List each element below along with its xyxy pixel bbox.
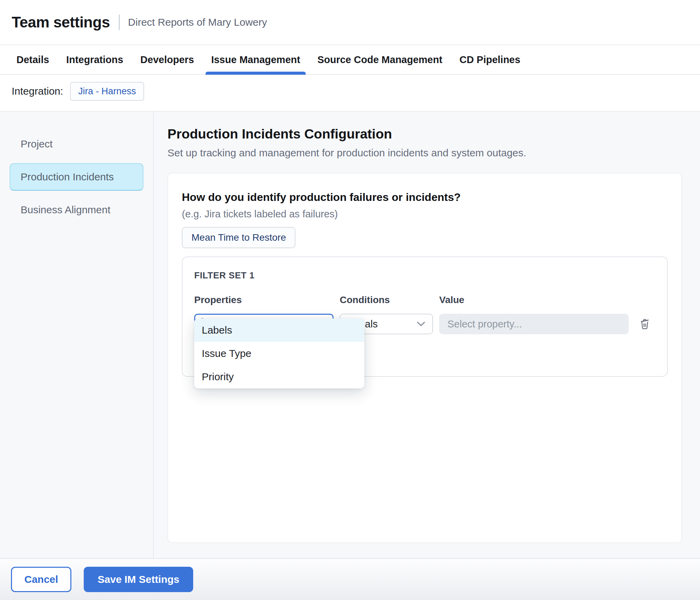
integration-label: Integration: (12, 85, 63, 97)
filter-set-box: FILTER SET 1 Properties - Select propert… (182, 256, 668, 377)
chevron-down-icon (412, 321, 425, 327)
title-separator (119, 14, 120, 30)
value-placeholder: Select property... (447, 319, 522, 330)
section-subtitle: Set up tracking and management for produ… (167, 147, 682, 159)
question-hint: (e.g. Jira tickets labeled as failures) (182, 208, 668, 220)
section-title: Production Incidents Configuration (167, 126, 682, 142)
value-label: Value (439, 295, 629, 305)
sidebar-item-project[interactable]: Project (10, 130, 143, 158)
filter-set-title: FILTER SET 1 (194, 270, 655, 281)
delete-filter-button[interactable] (639, 314, 651, 334)
value-column: Value Select property... (439, 295, 629, 334)
tab-bar: Details Integrations Developers Issue Ma… (0, 45, 700, 75)
tab-source-code-management[interactable]: Source Code Management (317, 45, 443, 74)
filter-row: Properties - Select property... - Labels (194, 295, 655, 334)
dropdown-option-labels[interactable]: Labels (194, 319, 364, 342)
tab-details[interactable]: Details (16, 45, 50, 74)
team-settings-page: Team settings Direct Reports of Mary Low… (0, 0, 700, 600)
cancel-button[interactable]: Cancel (11, 567, 71, 592)
incidents-config-card: How do you identify production failures … (167, 173, 682, 543)
save-im-settings-button[interactable]: Save IM Settings (84, 567, 193, 592)
settings-sidebar: Project Production Incidents Business Al… (0, 112, 154, 558)
tab-issue-management[interactable]: Issue Management (210, 45, 301, 74)
value-input[interactable]: Select property... (439, 314, 629, 334)
tab-cd-pipelines[interactable]: CD Pipelines (459, 45, 521, 74)
page-title: Team settings (12, 14, 110, 31)
content-area: Project Production Incidents Business Al… (0, 112, 700, 558)
integration-bar: Integration: Jira - Harness (0, 75, 700, 112)
integration-chip[interactable]: Jira - Harness (70, 82, 144, 101)
dropdown-option-issue-type[interactable]: Issue Type (194, 342, 364, 365)
dropdown-option-priority[interactable]: Priority (194, 365, 364, 388)
sidebar-item-production-incidents[interactable]: Production Incidents (10, 163, 143, 191)
sidebar-item-business-alignment[interactable]: Business Alignment (10, 196, 143, 224)
tab-developers[interactable]: Developers (140, 45, 195, 74)
trash-icon (639, 317, 651, 331)
page-header: Team settings Direct Reports of Mary Low… (0, 0, 700, 45)
footer-action-bar: Cancel Save IM Settings (0, 558, 700, 600)
properties-column: Properties - Select property... - Labels (194, 295, 334, 334)
properties-label: Properties (194, 295, 334, 305)
main-panel: Production Incidents Configuration Set u… (154, 112, 700, 558)
question-heading: How do you identify production failures … (182, 191, 668, 204)
tab-integrations[interactable]: Integrations (66, 45, 124, 74)
page-subtitle: Direct Reports of Mary Lowery (128, 16, 267, 28)
properties-dropdown-menu: Labels Issue Type Priority (194, 319, 364, 388)
conditions-label: Conditions (340, 295, 433, 305)
metric-tab-mean-time-to-restore[interactable]: Mean Time to Restore (182, 227, 295, 248)
